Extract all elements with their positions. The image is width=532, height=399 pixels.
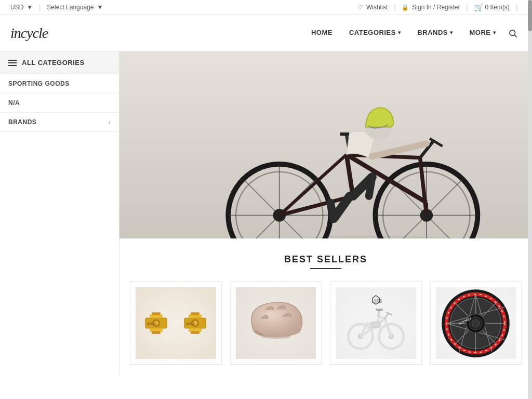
sidebar-na-label: N/A [8, 99, 20, 107]
svg-line-32 [369, 177, 372, 196]
svg-rect-39 [152, 331, 161, 334]
svg-rect-44 [189, 314, 202, 318]
sidebar-brands-label: BRANDS [8, 118, 36, 126]
logo[interactable]: incycle [10, 25, 48, 42]
svg-rect-45 [189, 328, 202, 332]
product-image-hub: BITEX BITEX [136, 287, 216, 359]
divider4: | [516, 4, 517, 11]
svg-rect-61 [370, 322, 380, 328]
more-arrow: ▾ [493, 30, 496, 35]
sidebar-brands[interactable]: BRANDS › [0, 113, 119, 132]
svg-rect-36 [150, 314, 163, 318]
scrollbar[interactable] [528, 0, 532, 375]
hero-area [119, 51, 532, 238]
all-categories-item[interactable]: ALL CATEGORIES [0, 51, 119, 74]
product-image-wheel: ODYSSEY [436, 287, 516, 359]
content-area: ALL CATEGORIES SPORTING GOODS N/A BRANDS… [0, 51, 532, 375]
product-card-hub[interactable]: BITEX BITEX [130, 282, 222, 365]
nav-home[interactable]: HOME [303, 15, 341, 51]
product-card-ebike[interactable]: SUPER ELECTRIC [330, 282, 422, 365]
categories-arrow: ▾ [398, 30, 401, 35]
best-sellers-title: BEST SELLERS [130, 254, 522, 265]
cart-icon: 🛒 [474, 3, 483, 11]
svg-rect-47 [191, 331, 200, 334]
top-bar: USD ▼ | Select Language ▼ ♡ Wishlist | 🔒… [0, 0, 532, 15]
search-button[interactable] [504, 29, 522, 38]
product-card-helmet[interactable] [230, 282, 322, 365]
sidebar-sporting-goods-label: SPORTING GOODS [8, 80, 70, 87]
svg-text:ELECTRIC: ELECTRIC [373, 301, 382, 303]
svg-rect-63 [376, 309, 383, 311]
language-selector[interactable]: Select Language [47, 4, 94, 11]
sidebar: ALL CATEGORIES SPORTING GOODS N/A BRANDS… [0, 51, 119, 375]
nav-categories[interactable]: CATEGORIES ▾ [341, 15, 409, 51]
currency-arrow: ▼ [26, 4, 33, 11]
svg-rect-46 [191, 312, 200, 315]
svg-line-30 [330, 203, 334, 219]
main-nav: incycle HOME CATEGORIES ▾ BRANDS ▾ MORE … [0, 15, 532, 51]
cart-link[interactable]: 0 Item(s) [485, 4, 510, 11]
hero-image [119, 51, 532, 238]
divider3: | [466, 4, 468, 11]
svg-rect-37 [150, 328, 163, 332]
svg-point-51 [261, 335, 291, 339]
svg-rect-38 [152, 312, 161, 315]
lock-icon: 🔒 [402, 4, 409, 11]
top-bar-right: ♡ Wishlist | 🔒 Sign In / Register | 🛒 0 … [357, 3, 522, 11]
nav-links: HOME CATEGORIES ▾ BRANDS ▾ MORE ▾ [303, 15, 504, 51]
products-grid: BITEX BITEX [130, 282, 522, 365]
top-bar-left: USD ▼ | Select Language ▼ [10, 4, 103, 11]
sidebar-na[interactable]: N/A [0, 94, 119, 113]
svg-text:BITEX: BITEX [148, 322, 156, 325]
product-card-wheel[interactable]: ODYSSEY [430, 282, 522, 365]
best-sellers-section: BEST SELLERS [119, 238, 532, 375]
heart-icon: ♡ [357, 4, 363, 11]
divider2: | [394, 4, 395, 11]
product-image-ebike: SUPER ELECTRIC [336, 287, 416, 359]
all-categories-label: ALL CATEGORIES [22, 59, 85, 66]
wishlist-link[interactable]: Wishlist [366, 4, 388, 11]
language-arrow: ▼ [97, 4, 103, 11]
nav-brands[interactable]: BRANDS ▾ [409, 15, 461, 51]
svg-text:BITEX: BITEX [187, 322, 195, 325]
sidebar-sporting-goods[interactable]: SPORTING GOODS [0, 74, 119, 94]
brands-arrow: ▾ [450, 30, 453, 35]
main-content: BEST SELLERS [119, 51, 532, 375]
product-image-helmet [236, 287, 316, 359]
svg-line-64 [384, 313, 388, 318]
svg-text:SUPER: SUPER [374, 299, 382, 301]
scrollbar-thumb[interactable] [528, 0, 532, 31]
menu-icon [8, 60, 17, 66]
divider1: | [39, 4, 41, 11]
brands-chevron: › [109, 119, 111, 125]
signin-link[interactable]: Sign In / Register [412, 4, 460, 11]
svg-line-1 [514, 35, 516, 37]
svg-point-80 [472, 320, 480, 327]
best-sellers-underline [310, 268, 341, 269]
nav-more[interactable]: MORE ▾ [461, 15, 504, 51]
currency-selector[interactable]: USD [10, 4, 23, 11]
